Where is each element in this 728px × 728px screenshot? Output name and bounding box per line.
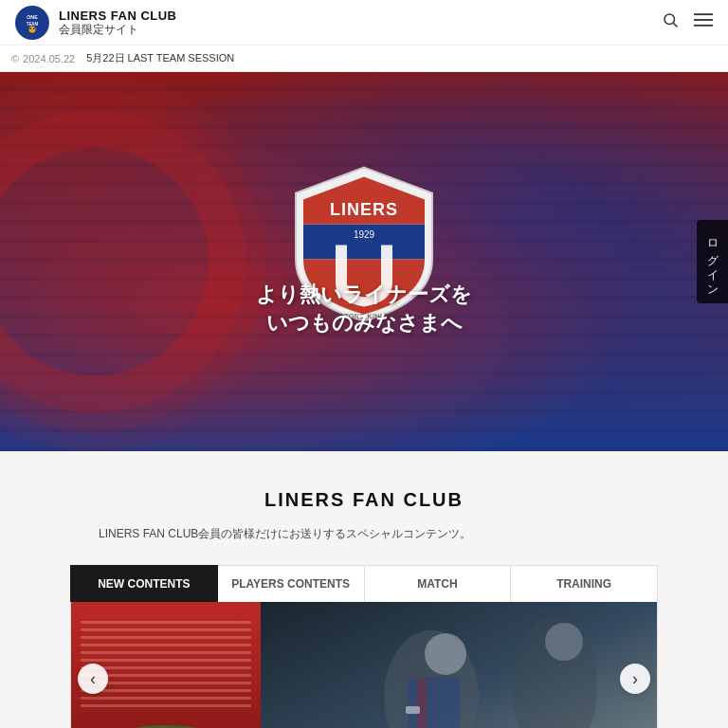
svg-rect-19 <box>81 644 251 646</box>
header-actions <box>662 11 713 33</box>
svg-rect-18 <box>81 636 251 639</box>
header-left: ONE TEAM LINERS FAN CLUB 会員限定サイト <box>15 6 177 40</box>
svg-rect-17 <box>81 628 251 631</box>
news-date: © 2024.05.22 <box>11 53 75 64</box>
menu-button[interactable] <box>694 12 713 32</box>
prev-arrow-button[interactable]: ‹ <box>78 664 108 694</box>
site-name: LINERS FAN CLUB <box>59 9 177 24</box>
svg-rect-16 <box>81 621 251 624</box>
svg-point-35 <box>545 623 583 661</box>
tab-new-contents[interactable]: NEW CONTENTS <box>70 565 218 602</box>
svg-rect-37 <box>417 678 427 728</box>
news-ticker: © 2024.05.22 5月22日 LAST TEAM SESSION <box>0 46 728 72</box>
next-arrow-button[interactable]: › <box>620 664 650 694</box>
main-content: LINERS FAN CLUB LINERS FAN CLUB会員の皆様だけにお… <box>0 451 728 728</box>
svg-rect-26 <box>81 697 251 700</box>
tab-match[interactable]: MATCH <box>365 565 512 602</box>
svg-rect-25 <box>81 689 251 692</box>
content-cards-area: 🔒 会員限定 <box>70 602 658 728</box>
section-title: LINERS FAN CLUB <box>0 489 728 511</box>
hero-text-line2: いつものみなさまへ <box>256 309 472 337</box>
svg-text:LINERS: LINERS <box>330 200 398 219</box>
svg-rect-36 <box>408 678 460 728</box>
news-text: 5月22日 LAST TEAM SESSION <box>86 51 234 65</box>
svg-rect-20 <box>81 651 251 654</box>
content-section: NEW CONTENTS PLAYERS CONTENTS MATCH TRAI… <box>70 565 658 728</box>
content-tabs: NEW CONTENTS PLAYERS CONTENTS MATCH TRAI… <box>70 565 658 602</box>
svg-point-3 <box>28 26 35 32</box>
svg-text:1929: 1929 <box>354 229 375 240</box>
hero-text-line1: より熱いライナーズを <box>256 281 472 309</box>
site-subtitle: 会員限定サイト <box>59 23 177 36</box>
header-title: LINERS FAN CLUB 会員限定サイト <box>59 9 177 37</box>
cards-row: 🔒 会員限定 <box>71 602 657 728</box>
svg-point-4 <box>29 27 31 29</box>
svg-rect-38 <box>406 706 420 714</box>
copyright-icon: © <box>11 53 19 64</box>
svg-line-7 <box>673 23 677 27</box>
svg-rect-21 <box>81 659 251 662</box>
tab-players-contents[interactable]: PLAYERS CONTENTS <box>218 565 365 602</box>
hamburger-icon <box>694 12 713 27</box>
search-button[interactable] <box>662 11 679 33</box>
header: ONE TEAM LINERS FAN CLUB 会員限定サイト <box>0 0 728 46</box>
svg-point-5 <box>33 27 35 29</box>
search-icon <box>662 11 679 28</box>
section-description: LINERS FAN CLUB会員の皆様だけにお送りするスペシャルコンテンツ。 <box>80 526 648 542</box>
svg-point-6 <box>664 14 675 25</box>
svg-text:ONE: ONE <box>27 14 38 20</box>
login-tab[interactable]: ログイン <box>697 220 728 303</box>
site-logo: ONE TEAM <box>15 6 49 40</box>
next-arrow-icon: › <box>632 669 638 689</box>
tab-training[interactable]: TRAINING <box>511 565 658 602</box>
hero-section: LINERS 1929 HANAZONO KINTETSU より熱いライナーズを… <box>0 72 728 451</box>
prev-arrow-icon: ‹ <box>90 669 96 689</box>
card-players: 🔒 会員限定 <box>261 602 657 728</box>
svg-text:TEAM: TEAM <box>27 21 39 26</box>
svg-rect-22 <box>81 666 251 669</box>
svg-rect-27 <box>81 704 251 707</box>
hero-tagline: より熱いライナーズを いつものみなさまへ <box>256 281 472 337</box>
svg-point-33 <box>425 633 466 675</box>
